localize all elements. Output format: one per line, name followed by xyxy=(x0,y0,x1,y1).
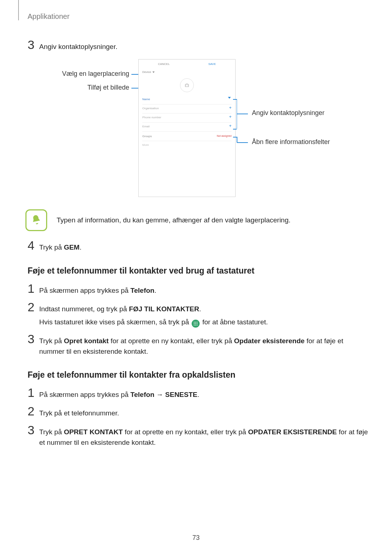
subheading-keypad: Føje et telefonnummer til kontakter ved … xyxy=(28,266,392,276)
callout-add-image: Tilføj et billede xyxy=(39,84,129,91)
step-number: 1 xyxy=(28,386,39,399)
save-label: SAVE xyxy=(208,62,216,66)
leader xyxy=(233,99,237,100)
leader xyxy=(237,114,248,114)
step-number: 1 xyxy=(28,282,39,295)
leader xyxy=(237,142,248,143)
plus-icon: + xyxy=(229,123,232,128)
org-field: Organisation+ xyxy=(142,104,232,114)
leader xyxy=(233,129,237,130)
step-text: Tryk på OPRET KONTAKT for at oprette en … xyxy=(39,424,370,448)
sec2-step3: 3 Tryk på OPRET KONTAKT for at oprette e… xyxy=(28,424,370,448)
step-number: 4 xyxy=(28,239,39,251)
step-text: På skærmen apps trykkes på Telefon. xyxy=(39,282,156,296)
sec2-step1: 1 På skærmen apps trykkes på Telefon → S… xyxy=(28,386,370,400)
sec1-step3: 3 Tryk på Opret kontakt for at oprette e… xyxy=(28,333,370,357)
step-text: Indtast nummeret, og tryk på FØJ TIL KON… xyxy=(39,301,268,327)
step-text: Angiv kontaktoplysninger. xyxy=(39,38,117,52)
contact-editor-diagram: Vælg en lagerplacering Tilføj et billede… xyxy=(0,59,392,201)
manual-page: Applikationer 3 Angiv kontaktoplysninger… xyxy=(0,0,392,554)
plus-icon: + xyxy=(229,105,232,110)
image-row xyxy=(139,75,235,95)
phone-header: CANCEL SAVE xyxy=(139,59,235,68)
step-text: Tryk på et telefonnummer. xyxy=(39,405,119,418)
plus-icon: + xyxy=(229,114,232,119)
subheading-recent: Føje et telefonnummer til kontakter fra … xyxy=(28,370,392,380)
sec1-step2: 2 Indtast nummeret, og tryk på FØJ TIL K… xyxy=(28,301,370,327)
page-number: 73 xyxy=(0,534,392,542)
leader xyxy=(237,137,237,143)
section-header: Applikationer xyxy=(28,12,70,21)
sec1-step1: 1 På skærmen apps trykkes på Telefon. xyxy=(28,282,370,296)
callout-enter-info: Angiv kontaktoplysninger xyxy=(252,109,324,117)
step-text: Tryk på Opret kontakt for at oprette en … xyxy=(39,333,370,357)
note-text: Typen af information, du kan gemme, afhæ… xyxy=(57,216,290,224)
chevron-down-icon xyxy=(228,97,231,99)
step-text: På skærmen apps trykkes på Telefon → SEN… xyxy=(39,386,199,400)
cancel-label: CANCEL xyxy=(158,62,170,66)
step-number: 2 xyxy=(28,405,39,417)
step-4: 4 Tryk på GEM. xyxy=(28,239,370,253)
not-assigned-label: Not assigned xyxy=(217,135,232,137)
device-dropdown: Device xyxy=(142,70,235,74)
camera-icon xyxy=(180,78,194,92)
step-3: 3 Angiv kontaktoplysninger. xyxy=(28,38,370,52)
step-number: 3 xyxy=(28,38,39,51)
page-side-rule xyxy=(18,0,19,20)
keypad-icon xyxy=(192,320,200,328)
leader xyxy=(233,137,237,138)
note: Typen af information, du kan gemme, afhæ… xyxy=(25,209,392,231)
phone-mock: CANCEL SAVE Device Name Organisation+ Ph… xyxy=(138,59,236,197)
step-number: 3 xyxy=(28,333,39,345)
more-field: More xyxy=(142,143,232,147)
sec2-step2: 2 Tryk på et telefonnummer. xyxy=(28,405,370,418)
name-field: Name xyxy=(142,95,232,104)
email-field: Email+ xyxy=(142,123,232,132)
phone-field: Phone number+ xyxy=(142,114,232,123)
groups-field: GroupsNot assigned xyxy=(142,132,232,141)
bell-icon xyxy=(25,209,47,231)
step-number: 3 xyxy=(28,424,39,436)
callout-more-fields: Åbn flere informationsfelter xyxy=(252,138,330,146)
step-number: 2 xyxy=(28,301,39,313)
callout-storage: Vælg en lagerplacering xyxy=(39,70,129,78)
step-text: Tryk på GEM. xyxy=(39,239,81,253)
